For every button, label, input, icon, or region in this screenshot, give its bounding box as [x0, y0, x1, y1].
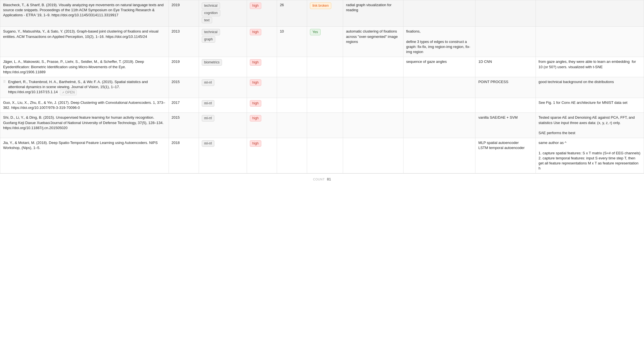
tag-badge[interactable]: ml-rrl — [202, 115, 214, 122]
reference-text: Engbert, R., Trukenbrod, H. A., Barthelm… — [8, 79, 166, 95]
year-cell: 2018 — [169, 138, 199, 173]
model-cell — [475, 27, 536, 57]
notes-cell: from gaze angles, they were able to lear… — [536, 57, 644, 77]
level-badge[interactable]: high — [250, 140, 261, 147]
year-cell: 2015 — [169, 77, 199, 98]
open-button[interactable]: ↗OPEN — [60, 90, 77, 95]
features-cell — [403, 0, 475, 27]
level-cell: high — [247, 77, 277, 98]
tags-cell: ml-rrl — [199, 98, 247, 113]
tags-cell: technicalgraph — [199, 27, 247, 57]
reference-cell: Guo, X., Liu, X., Zhu, E., & Yin, J. (20… — [0, 98, 169, 113]
features-cell — [403, 113, 475, 138]
table-row: Blascheck, T., & Sharif, B. (2019). Visu… — [0, 0, 644, 27]
availability-cell — [307, 138, 343, 173]
year-cell: 2015 — [169, 113, 199, 138]
notes-cell — [536, 0, 644, 27]
year-cell: 2017 — [169, 98, 199, 113]
stimuli-cell — [343, 77, 403, 98]
tag-badge[interactable]: biometrics — [202, 59, 222, 66]
reference-text: Jäger, L. A., Makowski, S., Prasse, P., … — [3, 59, 166, 75]
count-value: 81 — [327, 177, 331, 181]
tags-cell: ml-rrl — [199, 77, 247, 98]
reference-cell: Blascheck, T., & Sharif, B. (2019). Visu… — [0, 0, 169, 27]
features-cell: fixations, define 3 types of edges to co… — [403, 27, 475, 57]
year-cell: 2019 — [169, 0, 199, 27]
level-cell: high — [247, 98, 277, 113]
stimuli-cell — [343, 57, 403, 77]
notes-cell: same author as ^ 1. capture spatial feat… — [536, 138, 644, 173]
table-row: Jia, Y., & Motani, M. (2018). Deep Spati… — [0, 138, 644, 173]
level-cell: high — [247, 0, 277, 27]
features-cell — [403, 98, 475, 113]
model-cell: vanilla SAE/DAE + SVM — [475, 113, 536, 138]
level-badge[interactable]: high — [250, 3, 261, 9]
year-cell: 2013 — [169, 27, 199, 57]
tag-badge[interactable]: graph — [202, 36, 216, 43]
tag-badge[interactable]: ml-rrl — [202, 100, 214, 107]
stimuli-cell: radial graph visualization for reading — [343, 0, 403, 27]
reference-cell: Jäger, L. A., Makowski, S., Prasse, P., … — [0, 57, 169, 77]
level-cell: high — [247, 27, 277, 57]
main-table-container: Blascheck, T., & Sharif, B. (2019). Visu… — [0, 0, 644, 185]
availability-cell — [307, 113, 343, 138]
count-label: COUNT — [313, 178, 325, 181]
tag-badge[interactable]: ml-rrl — [202, 79, 214, 86]
external-link-icon: ↗ — [62, 91, 64, 95]
availability-cell: Yes — [307, 27, 343, 57]
stimuli-cell — [343, 98, 403, 113]
link-broken-badge: link broken — [310, 3, 331, 9]
num-cell — [277, 98, 307, 113]
year-cell: 2019 — [169, 57, 199, 77]
level-badge[interactable]: high — [250, 79, 261, 86]
table-row: ⠿Engbert, R., Trukenbrod, H. A., Barthel… — [0, 77, 644, 98]
reference-text: Guo, X., Liu, X., Zhu, E., & Yin, J. (20… — [3, 100, 166, 110]
tags-cell: ml-rrl — [199, 138, 247, 173]
notes-cell — [536, 27, 644, 57]
availability-cell — [307, 77, 343, 98]
model-cell — [475, 98, 536, 113]
stimuli-cell: automatic clustering of fixations across… — [343, 27, 403, 57]
table-row: Guo, X., Liu, X., Zhu, E., & Yin, J. (20… — [0, 98, 644, 113]
open-label: OPEN — [65, 90, 75, 95]
level-badge[interactable]: high — [250, 59, 261, 66]
num-cell — [277, 57, 307, 77]
level-cell: high — [247, 57, 277, 77]
model-cell: 1D CNN — [475, 57, 536, 77]
drag-handle-icon[interactable]: ⠿ — [3, 79, 6, 84]
reference-cell: Shi, D., Li, Y., & Ding, B. (2015). Unsu… — [0, 113, 169, 138]
reference-cell: ⠿Engbert, R., Trukenbrod, H. A., Barthel… — [0, 77, 169, 98]
level-badge[interactable]: high — [250, 29, 261, 35]
table-row: Shi, D., Li, Y., & Ding, B. (2015). Unsu… — [0, 113, 644, 138]
tag-badge[interactable]: cognition — [202, 10, 220, 16]
tag-badge[interactable]: technical — [202, 29, 220, 35]
features-cell — [403, 77, 475, 98]
level-badge[interactable]: high — [250, 115, 261, 122]
level-cell: high — [247, 113, 277, 138]
references-table: Blascheck, T., & Sharif, B. (2019). Visu… — [0, 0, 644, 173]
table-row: Sugano, Y., Matsushita, Y., & Sato, Y. (… — [0, 27, 644, 57]
stimuli-cell — [343, 113, 403, 138]
model-cell — [475, 0, 536, 27]
reference-text: Blascheck, T., & Sharif, B. (2019). Visu… — [3, 3, 166, 18]
reference-cell: Sugano, Y., Matsushita, Y., & Sato, Y. (… — [0, 27, 169, 57]
tags-cell: ml-rrl — [199, 113, 247, 138]
notes-cell: Tested sparse AE and Denoising AE agains… — [536, 113, 644, 138]
num-cell: 26 — [277, 0, 307, 27]
yes-badge: Yes — [310, 29, 321, 35]
stimuli-cell — [343, 138, 403, 173]
tags-cell: technicalcognitiontext — [199, 0, 247, 27]
features-cell — [403, 138, 475, 173]
num-cell — [277, 113, 307, 138]
level-cell: high — [247, 138, 277, 173]
level-badge[interactable]: high — [250, 100, 261, 107]
reference-text: Sugano, Y., Matsushita, Y., & Sato, Y. (… — [3, 29, 166, 39]
num-cell: 10 — [277, 27, 307, 57]
model-cell: MLP spatial autoencoder LSTM temporal au… — [475, 138, 536, 173]
reference-cell: Jia, Y., & Motani, M. (2018). Deep Spati… — [0, 138, 169, 173]
tag-badge[interactable]: ml-rrl — [202, 140, 214, 147]
tag-badge[interactable]: text — [202, 17, 212, 24]
tag-badge[interactable]: technical — [202, 3, 220, 9]
availability-cell: link broken — [307, 0, 343, 27]
reference-text: Shi, D., Li, Y., & Ding, B. (2015). Unsu… — [3, 115, 166, 130]
